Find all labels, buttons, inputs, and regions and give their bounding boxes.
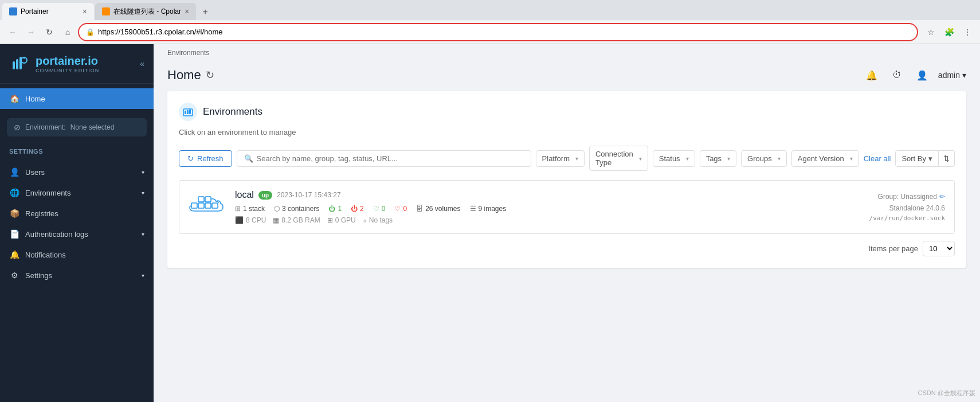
pagination-bar: Items per page 10 25 50 100 [179, 241, 955, 256]
tags-value: No tags [369, 216, 393, 224]
images-stat: ☰ 9 images [470, 205, 507, 213]
tags-filter-label: Tags [706, 154, 722, 163]
notification-bell-button[interactable]: 🔔 [863, 66, 881, 84]
healthy-icon: ♡ [373, 205, 379, 213]
env-path: /var/run/docker.sock [869, 214, 945, 222]
sort-order-button[interactable]: ⇅ [939, 150, 955, 167]
tab-close-portainer[interactable]: × [83, 7, 87, 16]
sidebar-item-notifications-label: Notifications [25, 251, 66, 259]
svg-rect-7 [185, 111, 186, 114]
stacks-value: 1 stack [243, 205, 265, 213]
edit-icon[interactable]: ✏ [939, 193, 945, 201]
svg-rect-8 [187, 110, 189, 114]
env-selector-icon: ⊘ [14, 123, 21, 132]
extensions-button[interactable]: 🧩 [941, 24, 957, 40]
env-timestamp: 2023-10-17 15:43:27 [277, 191, 340, 199]
svg-rect-14 [205, 197, 211, 202]
status-filter-label: Status [659, 154, 680, 163]
sidebar-collapse-button[interactable]: « [140, 59, 144, 68]
clear-all-button[interactable]: Clear all [864, 154, 891, 163]
sidebar-item-auth-logs-label: Authentication logs [25, 230, 88, 239]
sidebar-item-settings[interactable]: ⚙ Settings ▾ [0, 265, 154, 286]
ram-icon: ▦ [273, 216, 279, 224]
refresh-button[interactable]: ↻ Refresh [179, 150, 232, 167]
url-input[interactable] [98, 28, 910, 36]
sort-by-group: Sort By ▾ ⇅ [895, 150, 955, 167]
sidebar-item-registries[interactable]: 📦 Registries [0, 203, 154, 224]
containers-stat: ⬡ 3 containers [274, 205, 319, 213]
environments-panel-icon [183, 107, 193, 117]
sidebar-item-users[interactable]: 👤 Users ▾ [0, 162, 154, 182]
browser-tab-portainer[interactable]: Portainer × [2, 3, 94, 20]
stopped-value: 2 [360, 205, 364, 213]
connection-type-filter[interactable]: ConnectionType ▾ [589, 146, 648, 171]
user-menu[interactable]: admin ▾ [938, 71, 966, 80]
menu-button[interactable]: ⋮ [959, 24, 975, 40]
agent-version-dropdown-icon: ▾ [850, 155, 853, 162]
sort-by-button[interactable]: Sort By ▾ [895, 150, 939, 167]
sidebar-nav: 🏠 Home [0, 84, 154, 114]
browser-toolbar: ← → ↻ ⌂ 🔒 ☆ 🧩 ⋮ [0, 20, 980, 44]
volumes-icon: 🗄 [416, 205, 423, 213]
username-label: admin [938, 71, 960, 80]
env-selector-value: None selected [70, 123, 115, 131]
user-profile-button[interactable]: 👤 [913, 66, 931, 84]
gpu-value: 0 GPU [335, 216, 356, 224]
panel-subtitle: Click on an environment to manage [179, 128, 955, 136]
page-title-text: Home [167, 68, 201, 83]
environments-chevron-icon: ▾ [142, 190, 144, 196]
search-input[interactable] [257, 154, 524, 163]
page-refresh-icon[interactable]: ↻ [206, 69, 214, 81]
platform-filter[interactable]: Platform ▾ [536, 150, 585, 167]
search-box[interactable]: 🔍 [237, 150, 531, 167]
back-button[interactable]: ← [5, 24, 21, 40]
tab-title-cpolar: 在线隧道列表 - Cpolar [113, 7, 181, 17]
forward-button[interactable]: → [23, 24, 39, 40]
env-version: Standalone 24.0.6 [869, 204, 945, 212]
sidebar-item-notifications[interactable]: 🔔 Notifications [0, 244, 154, 265]
timer-button[interactable]: ⏱ [888, 66, 906, 84]
environment-card-local[interactable]: local up 2023-10-17 15:43:27 ⊞ 1 stack ⬡… [179, 180, 955, 234]
address-bar[interactable]: 🔒 [78, 23, 918, 41]
env-tags-row: ⬛ 8 CPU ▦ 8.2 GB RAM ⊞ 0 GPU ⬦ No tags [235, 216, 860, 224]
tags-filter[interactable]: Tags ▾ [700, 150, 736, 167]
sidebar-item-environments-label: Environments [25, 189, 70, 197]
sidebar-item-auth-logs[interactable]: 📄 Authentication logs ▾ [0, 224, 154, 244]
containers-icon: ⬡ [274, 205, 280, 213]
filter-bar: ↻ Refresh 🔍 Platform ▾ ConnectionType ▾ … [179, 146, 955, 171]
agent-version-filter[interactable]: Agent Version ▾ [791, 150, 859, 167]
environments-panel: Environments Click on an environment to … [167, 91, 966, 268]
home-button[interactable]: ⌂ [60, 24, 76, 40]
items-per-page-select[interactable]: 10 25 50 100 [923, 241, 955, 256]
env-stats: ⊞ 1 stack ⬡ 3 containers ⏻ 1 ⏻ [235, 205, 860, 213]
logo-name: portainer.io [36, 54, 99, 68]
sidebar-item-users-label: Users [25, 168, 45, 177]
tab-close-cpolar[interactable]: × [185, 7, 189, 16]
env-name[interactable]: local [235, 190, 254, 200]
sidebar-item-environments[interactable]: 🌐 Environments ▾ [0, 182, 154, 203]
bookmark-button[interactable]: ☆ [923, 24, 939, 40]
sort-by-dropdown-icon: ▾ [928, 154, 932, 163]
items-per-page-label: Items per page [868, 244, 918, 253]
sidebar-item-home[interactable]: 🏠 Home [0, 88, 154, 109]
unhealthy-value: 0 [403, 205, 407, 213]
browser-tabs: Portainer × 在线隧道列表 - Cpolar × + [0, 0, 980, 20]
tab-title-portainer: Portainer [21, 7, 79, 15]
environment-selector[interactable]: ⊘ Environment: None selected [7, 118, 147, 136]
notifications-icon: 🔔 [9, 250, 19, 259]
running-stat: ⏻ 1 [328, 205, 342, 213]
groups-filter[interactable]: Groups ▾ [741, 150, 787, 167]
unhealthy-icon: ♡ [394, 205, 401, 213]
env-group: Group: Unassigned ✏ [869, 193, 945, 201]
settings-nav: 👤 Users ▾ 🌐 Environments ▾ 📦 Registries … [0, 157, 154, 290]
healthy-value: 0 [382, 205, 386, 213]
tags-dropdown-icon: ▾ [727, 155, 730, 162]
main-content: Environments Home ↻ 🔔 ⏱ 👤 admin ▾ [154, 44, 980, 402]
sidebar-item-settings-label: Settings [25, 271, 52, 280]
svg-rect-15 [212, 203, 218, 208]
new-tab-button[interactable]: + [197, 4, 213, 20]
status-filter[interactable]: Status ▾ [653, 150, 695, 167]
browser-tab-cpolar[interactable]: 在线隧道列表 - Cpolar × [95, 3, 196, 20]
svg-rect-2 [16, 59, 18, 69]
reload-button[interactable]: ↻ [41, 24, 57, 40]
